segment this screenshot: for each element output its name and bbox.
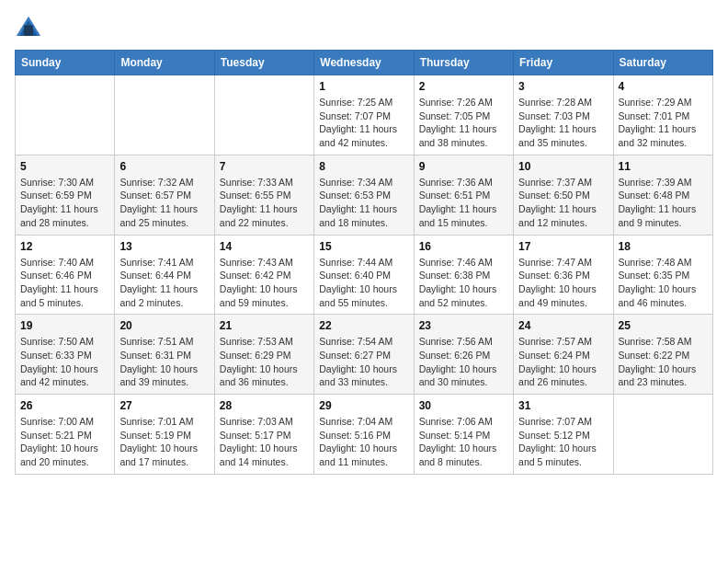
logo-icon [15,15,42,40]
calendar-cell: 11Sunrise: 7:39 AMSunset: 6:48 PMDayligh… [613,155,712,235]
day-number: 23 [419,319,508,332]
header-day-saturday: Saturday [613,51,712,75]
calendar-week-4: 26Sunrise: 7:00 AMSunset: 5:21 PMDayligh… [16,395,713,475]
header-row: SundayMondayTuesdayWednesdayThursdayFrid… [16,51,713,75]
calendar-cell: 23Sunrise: 7:56 AMSunset: 6:26 PMDayligh… [414,315,513,395]
calendar-week-1: 5Sunrise: 7:30 AMSunset: 6:59 PMDaylight… [16,155,713,235]
day-number: 18 [619,240,708,253]
day-number: 11 [619,160,708,173]
day-number: 4 [619,80,708,93]
day-info: Sunrise: 7:44 AMSunset: 6:40 PMDaylight:… [319,256,408,310]
day-info: Sunrise: 7:29 AMSunset: 7:01 PMDaylight:… [619,96,708,150]
day-info: Sunrise: 7:57 AMSunset: 6:24 PMDaylight:… [518,335,608,389]
day-number: 6 [119,160,209,173]
calendar-cell: 30Sunrise: 7:06 AMSunset: 5:14 PMDayligh… [414,395,513,475]
day-info: Sunrise: 7:56 AMSunset: 6:26 PMDaylight:… [419,335,508,389]
day-number: 10 [518,160,608,173]
calendar-table: SundayMondayTuesdayWednesdayThursdayFrid… [15,50,713,475]
day-number: 19 [20,319,109,332]
calendar-cell: 13Sunrise: 7:41 AMSunset: 6:44 PMDayligh… [115,235,214,315]
day-info: Sunrise: 7:03 AMSunset: 5:17 PMDaylight:… [220,415,309,469]
calendar-cell: 19Sunrise: 7:50 AMSunset: 6:33 PMDayligh… [16,315,115,395]
day-info: Sunrise: 7:54 AMSunset: 6:27 PMDaylight:… [319,335,408,389]
header-day-monday: Monday [115,51,214,75]
calendar-cell: 31Sunrise: 7:07 AMSunset: 5:12 PMDayligh… [514,395,613,475]
day-number: 30 [419,399,508,412]
day-info: Sunrise: 7:40 AMSunset: 6:46 PMDaylight:… [20,256,109,310]
day-info: Sunrise: 7:43 AMSunset: 6:42 PMDaylight:… [220,256,309,310]
day-number: 20 [119,319,209,332]
day-info: Sunrise: 7:25 AMSunset: 7:07 PMDaylight:… [319,96,408,150]
calendar-cell [214,75,313,155]
day-info: Sunrise: 7:34 AMSunset: 6:53 PMDaylight:… [319,176,408,230]
day-info: Sunrise: 7:07 AMSunset: 5:12 PMDaylight:… [518,415,608,469]
calendar-cell: 7Sunrise: 7:33 AMSunset: 6:55 PMDaylight… [214,155,313,235]
header-day-sunday: Sunday [16,51,115,75]
header-day-thursday: Thursday [414,51,513,75]
calendar-week-3: 19Sunrise: 7:50 AMSunset: 6:33 PMDayligh… [16,315,713,395]
calendar-cell: 15Sunrise: 7:44 AMSunset: 6:40 PMDayligh… [314,235,414,315]
day-number: 31 [518,399,608,412]
day-number: 15 [319,240,408,253]
day-number: 13 [119,240,209,253]
day-info: Sunrise: 7:06 AMSunset: 5:14 PMDaylight:… [419,415,508,469]
svg-rect-2 [24,26,33,37]
calendar-cell [115,75,214,155]
day-info: Sunrise: 7:00 AMSunset: 5:21 PMDaylight:… [20,415,109,469]
day-number: 26 [20,399,109,412]
day-number: 21 [220,319,309,332]
calendar-cell: 26Sunrise: 7:00 AMSunset: 5:21 PMDayligh… [16,395,115,475]
day-number: 27 [119,399,209,412]
calendar-cell: 8Sunrise: 7:34 AMSunset: 6:53 PMDaylight… [314,155,414,235]
calendar-cell: 14Sunrise: 7:43 AMSunset: 6:42 PMDayligh… [214,235,313,315]
calendar-cell [16,75,115,155]
day-number: 25 [619,319,708,332]
calendar-cell: 5Sunrise: 7:30 AMSunset: 6:59 PMDaylight… [16,155,115,235]
day-number: 12 [20,240,109,253]
day-number: 8 [319,160,408,173]
day-info: Sunrise: 7:53 AMSunset: 6:29 PMDaylight:… [220,335,309,389]
day-number: 5 [20,160,109,173]
calendar-cell: 4Sunrise: 7:29 AMSunset: 7:01 PMDaylight… [613,75,712,155]
calendar-cell: 2Sunrise: 7:26 AMSunset: 7:05 PMDaylight… [414,75,513,155]
page-header [15,15,713,40]
day-info: Sunrise: 7:01 AMSunset: 5:19 PMDaylight:… [119,415,209,469]
day-number: 28 [220,399,309,412]
day-info: Sunrise: 7:36 AMSunset: 6:51 PMDaylight:… [419,176,508,230]
logo [15,15,46,40]
day-info: Sunrise: 7:04 AMSunset: 5:16 PMDaylight:… [319,415,408,469]
calendar-week-0: 1Sunrise: 7:25 AMSunset: 7:07 PMDaylight… [16,75,713,155]
calendar-cell: 3Sunrise: 7:28 AMSunset: 7:03 PMDaylight… [514,75,613,155]
day-info: Sunrise: 7:32 AMSunset: 6:57 PMDaylight:… [119,176,209,230]
calendar-cell: 18Sunrise: 7:48 AMSunset: 6:35 PMDayligh… [613,235,712,315]
calendar-cell: 27Sunrise: 7:01 AMSunset: 5:19 PMDayligh… [115,395,214,475]
day-number: 17 [518,240,608,253]
calendar-cell: 12Sunrise: 7:40 AMSunset: 6:46 PMDayligh… [16,235,115,315]
day-info: Sunrise: 7:30 AMSunset: 6:59 PMDaylight:… [20,176,109,230]
day-info: Sunrise: 7:58 AMSunset: 6:22 PMDaylight:… [619,335,708,389]
header-day-tuesday: Tuesday [214,51,313,75]
calendar-week-2: 12Sunrise: 7:40 AMSunset: 6:46 PMDayligh… [16,235,713,315]
calendar-cell: 21Sunrise: 7:53 AMSunset: 6:29 PMDayligh… [214,315,313,395]
day-info: Sunrise: 7:51 AMSunset: 6:31 PMDaylight:… [119,335,209,389]
day-number: 14 [220,240,309,253]
day-info: Sunrise: 7:33 AMSunset: 6:55 PMDaylight:… [220,176,309,230]
calendar-header: SundayMondayTuesdayWednesdayThursdayFrid… [16,51,713,75]
day-number: 2 [419,80,508,93]
calendar-cell: 24Sunrise: 7:57 AMSunset: 6:24 PMDayligh… [514,315,613,395]
day-number: 3 [518,80,608,93]
calendar-cell: 20Sunrise: 7:51 AMSunset: 6:31 PMDayligh… [115,315,214,395]
day-info: Sunrise: 7:28 AMSunset: 7:03 PMDaylight:… [518,96,608,150]
calendar-cell: 17Sunrise: 7:47 AMSunset: 6:36 PMDayligh… [514,235,613,315]
day-number: 1 [319,80,408,93]
calendar-body: 1Sunrise: 7:25 AMSunset: 7:07 PMDaylight… [16,75,713,475]
calendar-cell: 9Sunrise: 7:36 AMSunset: 6:51 PMDaylight… [414,155,513,235]
day-info: Sunrise: 7:26 AMSunset: 7:05 PMDaylight:… [419,96,508,150]
day-number: 16 [419,240,508,253]
day-info: Sunrise: 7:39 AMSunset: 6:48 PMDaylight:… [619,176,708,230]
day-info: Sunrise: 7:50 AMSunset: 6:33 PMDaylight:… [20,335,109,389]
calendar-cell: 1Sunrise: 7:25 AMSunset: 7:07 PMDaylight… [314,75,414,155]
day-info: Sunrise: 7:47 AMSunset: 6:36 PMDaylight:… [518,256,608,310]
calendar-cell [613,395,712,475]
day-info: Sunrise: 7:46 AMSunset: 6:38 PMDaylight:… [419,256,508,310]
